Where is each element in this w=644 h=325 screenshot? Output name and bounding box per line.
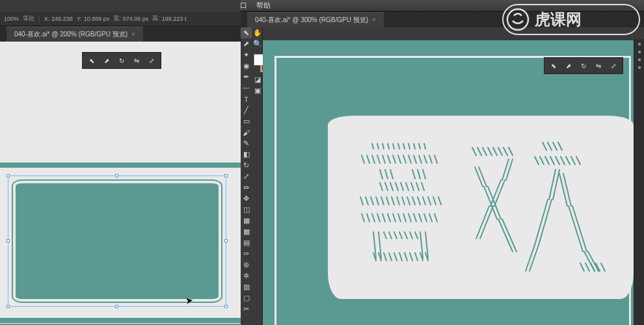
gradient-tool[interactable]: ▤ xyxy=(241,237,252,248)
svg-line-76 xyxy=(394,232,397,239)
svg-line-64 xyxy=(398,214,401,222)
svg-line-50 xyxy=(407,197,410,205)
handle-tm[interactable] xyxy=(115,174,118,177)
direct-selection-tool[interactable]: ⬈ xyxy=(241,38,252,49)
svg-line-65 xyxy=(403,214,406,222)
perspective-tool[interactable]: ▦ xyxy=(241,215,252,226)
svg-line-2 xyxy=(382,144,384,149)
svg-line-119 xyxy=(540,157,544,164)
color-mode-icon[interactable]: ◪ xyxy=(252,74,263,85)
handle-tr[interactable] xyxy=(224,174,228,177)
paintbrush-tool[interactable]: 🖌 xyxy=(241,127,252,138)
scale-icon[interactable]: ⤢ xyxy=(147,56,156,65)
rectangle-tool[interactable]: ▭ xyxy=(241,116,252,127)
panel-icon[interactable] xyxy=(638,66,641,69)
svg-line-108 xyxy=(475,167,483,187)
blend-tool[interactable]: ⊚ xyxy=(241,259,252,270)
svg-line-89 xyxy=(405,253,407,261)
pencil-tool[interactable]: ✎ xyxy=(241,138,252,149)
handle-tl[interactable] xyxy=(7,174,10,177)
type-tool[interactable]: T xyxy=(241,94,252,105)
left-canvas[interactable]: ➤ xyxy=(0,42,241,325)
reflect-icon[interactable]: ⇋ xyxy=(132,56,141,65)
x-value[interactable]: 246.238 xyxy=(51,16,73,22)
w-value[interactable]: 574.06 px xyxy=(123,16,149,22)
svg-line-6 xyxy=(403,144,405,149)
handle-mr[interactable] xyxy=(224,239,228,242)
float-toolbar-left[interactable]: ⬉ ⬈ ↻ ⇋ ⤢ xyxy=(82,52,161,69)
profile-dd[interactable]: 等比 xyxy=(23,14,34,23)
magic-wand-tool[interactable]: ✦ xyxy=(241,49,252,60)
free-transform-tool[interactable]: ✥ xyxy=(241,193,252,204)
scale-icon[interactable]: ⤢ xyxy=(609,61,618,70)
svg-line-43 xyxy=(371,197,373,205)
selection-tool[interactable]: ⬉ xyxy=(241,27,252,38)
slice-tool[interactable]: ✂ xyxy=(241,304,252,315)
svg-line-26 xyxy=(380,170,382,179)
shape-builder-tool[interactable]: ◫ xyxy=(241,204,252,215)
y-value[interactable]: 10.889 px xyxy=(84,16,110,22)
bounding-box[interactable] xyxy=(8,176,226,307)
select-icon[interactable]: ⬉ xyxy=(87,56,96,65)
svg-line-0 xyxy=(372,144,373,149)
svg-line-68 xyxy=(419,214,422,222)
handle-bm[interactable] xyxy=(115,305,118,308)
panel-icon[interactable] xyxy=(638,58,641,61)
svg-line-99 xyxy=(498,148,502,155)
select-icon[interactable]: ⬉ xyxy=(549,61,558,70)
svg-line-113 xyxy=(502,219,517,252)
h-label: 高: xyxy=(152,14,160,23)
cursor-icon: ➤ xyxy=(185,294,195,306)
zoom-pct[interactable]: 100% xyxy=(4,16,19,22)
screen-mode-icon[interactable]: ▣ xyxy=(252,85,263,96)
svg-line-23 xyxy=(424,155,427,163)
pen-tool[interactable]: ✒ xyxy=(241,72,252,83)
handle-br[interactable] xyxy=(224,305,228,308)
h-value[interactable]: 199.223 t xyxy=(162,16,187,22)
panel-icon[interactable] xyxy=(638,51,641,53)
svg-line-126 xyxy=(576,157,580,164)
symbol-sprayer-tool[interactable]: ✲ xyxy=(241,270,252,281)
artboard-tool[interactable]: ▢ xyxy=(241,292,252,304)
left-doc-tab[interactable]: 040-喜欢.ai* @ 200% (RGB/GPU 预览) × xyxy=(7,27,143,42)
handle-bl[interactable] xyxy=(7,305,10,308)
svg-line-36 xyxy=(401,183,403,190)
svg-line-66 xyxy=(409,214,411,222)
curvature-tool[interactable]: 〰 xyxy=(241,83,252,94)
eyedropper-tool[interactable]: ✑ xyxy=(241,248,252,259)
main-canvas[interactable] xyxy=(263,40,634,325)
close-icon[interactable]: × xyxy=(131,31,135,38)
rotate-icon[interactable]: ↻ xyxy=(579,61,588,70)
svg-line-131 xyxy=(530,245,539,271)
eraser-tool[interactable]: ◧ xyxy=(241,149,252,160)
graph-tool[interactable]: ▥ xyxy=(241,281,252,292)
direct-select-icon[interactable]: ⬈ xyxy=(564,61,573,70)
rotate-tool[interactable]: ↻ xyxy=(241,160,252,171)
width-tool[interactable]: ⇔ xyxy=(241,182,252,193)
hand-tool[interactable]: ✋ xyxy=(252,27,263,38)
svg-line-30 xyxy=(418,170,420,179)
rotate-icon[interactable]: ↻ xyxy=(117,56,126,65)
close-icon[interactable]: × xyxy=(372,16,376,23)
lasso-tool[interactable]: ◉ xyxy=(241,60,252,72)
svg-line-37 xyxy=(406,183,409,190)
scale-tool[interactable]: ⤢ xyxy=(241,171,252,182)
reflect-icon[interactable]: ⇋ xyxy=(594,61,603,70)
panel-icon[interactable] xyxy=(638,43,641,46)
line-tool[interactable]: ╱ xyxy=(241,105,252,116)
svg-line-28 xyxy=(390,170,393,179)
direct-select-icon[interactable]: ⬈ xyxy=(102,56,111,65)
menu-help[interactable]: 帮助 xyxy=(256,1,271,10)
selected-object[interactable] xyxy=(5,173,229,309)
svg-line-95 xyxy=(477,148,481,155)
svg-line-74 xyxy=(384,232,386,239)
float-toolbar-main[interactable]: ⬉ ⬈ ↻ ⇋ ⤢ xyxy=(544,57,623,74)
handle-ml[interactable] xyxy=(7,239,10,242)
svg-line-56 xyxy=(438,197,441,205)
zoom-tool[interactable]: 🔍 xyxy=(252,38,263,49)
right-panel-dock[interactable] xyxy=(634,39,644,325)
main-doc-tab[interactable]: 040-喜欢.ai* @ 300% (RGB/GPU 预览) × xyxy=(247,12,384,27)
mesh-tool[interactable]: ▩ xyxy=(241,226,252,237)
svg-line-125 xyxy=(571,157,575,164)
svg-line-87 xyxy=(394,253,397,261)
